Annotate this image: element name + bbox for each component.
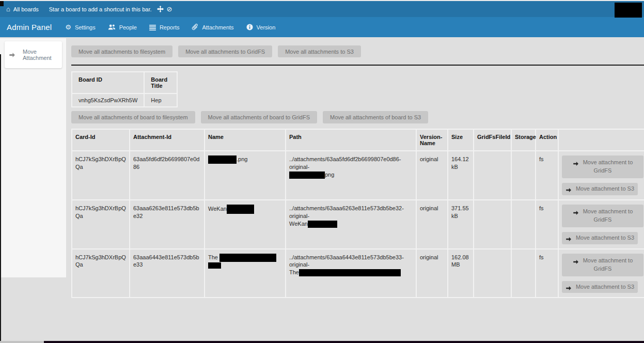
table-row: vnhg5KsZsdPwXRh5W Hep <box>72 93 177 107</box>
row-actions-cell: Move attachment to GridFS Move attachmen… <box>558 200 644 249</box>
ban-icon[interactable]: ⊘ <box>167 6 172 12</box>
divider <box>71 65 644 66</box>
attachment-id-header: Attachment-Id <box>130 129 205 151</box>
nav-label: Version <box>257 24 276 30</box>
page-title: Admin Panel <box>7 23 52 32</box>
size-header: Size <box>448 129 474 151</box>
arrow-right-icon <box>566 236 572 242</box>
info-icon <box>246 24 253 31</box>
move-all-to-filesystem-button[interactable]: Move all attachments to filesystem <box>71 45 172 57</box>
arrow-right-icon <box>573 209 579 215</box>
main-content: Move all attachments to filesystem Move … <box>71 38 644 298</box>
storage-cell <box>511 151 536 200</box>
list-icon <box>149 24 156 30</box>
screen-edge-artifact <box>0 54 1 342</box>
nav-item-settings[interactable]: ⚙ Settings <box>65 24 95 30</box>
move-attachment-to-gridfs-button[interactable]: Move attachment to GridFS <box>562 254 643 276</box>
action-header: Action <box>536 129 558 151</box>
size-cell: 371.55 kB <box>448 200 474 249</box>
gridfsfileid-cell <box>474 200 511 249</box>
gridfsfileid-cell <box>474 151 511 200</box>
move-board-to-gridfs-button[interactable]: Move all attachments of board to GridFS <box>201 111 317 123</box>
buttons-header <box>558 129 644 151</box>
screen-edge-artifact <box>0 341 44 343</box>
version-name-cell: original <box>416 151 448 200</box>
version-name-header: Version-Name <box>416 129 448 151</box>
action-cell: fs <box>536 249 558 298</box>
sidebar-item-move-attachment[interactable]: Move Attachment <box>5 41 62 68</box>
nav-item-version[interactable]: Version <box>246 24 276 31</box>
nav-item-attachments[interactable]: Attachments <box>192 24 233 31</box>
attachments-table: Card-Id Attachment-Id Name Path Version-… <box>71 129 644 298</box>
board-actions: Move all attachments of board to filesys… <box>71 111 644 123</box>
admin-nav: ⚙ Settings People Reports Attachments <box>65 24 275 31</box>
path-cell: ../attachments/63aaa6263e811e573db5be32-… <box>286 200 416 249</box>
move-attachment-to-s3-button[interactable]: Move attachment to S3 <box>562 281 638 293</box>
all-boards-label: All boards <box>13 6 39 12</box>
home-icon: ⌂ <box>6 6 10 12</box>
move-attachment-to-gridfs-button[interactable]: Move attachment to GridFS <box>562 205 643 227</box>
name-header: Name <box>205 129 286 151</box>
global-actions: Move all attachments to filesystem Move … <box>71 45 644 57</box>
attachment-id-cell: 63aa5fd6df2b6699807e0d86 <box>130 151 205 200</box>
size-cell: 164.12 kB <box>448 151 474 200</box>
arrow-right-icon <box>566 285 572 291</box>
arrow-right-icon <box>566 186 572 193</box>
card-id-header: Card-Id <box>72 129 130 151</box>
gridfsfileid-cell <box>474 249 511 298</box>
arrow-right-icon <box>9 50 15 59</box>
move-all-to-gridfs-button[interactable]: Move all attachments to GridFS <box>178 45 272 57</box>
redacted-text <box>227 205 254 214</box>
redacted-text <box>289 172 325 179</box>
size-cell: 162.08 MB <box>448 249 474 298</box>
path-cell: ../attachments/63aaa6443e811e573db5be33-… <box>286 249 416 298</box>
row-actions-cell: Move attachment to GridFS Move attachmen… <box>558 151 644 200</box>
sidebar: Move Attachment <box>0 38 66 277</box>
table-row: hCJ7kSg3hDXrBpQQa 63aa5fd6df2b6699807e0d… <box>72 151 644 200</box>
sidebar-item-label: Move Attachment <box>23 49 58 61</box>
wekan-admin-screen: ⌂ All boards Star a board to add a short… <box>0 0 644 343</box>
redacted-text <box>219 254 276 262</box>
move-cross-icon[interactable] <box>157 6 164 13</box>
storage-cell <box>511 200 536 249</box>
nav-label: Settings <box>75 24 96 30</box>
screen-edge-artifact <box>44 341 644 343</box>
move-board-to-filesystem-button[interactable]: Move all attachments of board to filesys… <box>71 111 195 123</box>
card-id-cell: hCJ7kSg3hDXrBpQQa <box>72 200 130 249</box>
path-header: Path <box>286 129 416 151</box>
redacted-text <box>299 269 401 276</box>
admin-bar: Admin Panel ⚙ Settings People Reports <box>0 17 644 37</box>
board-title-cell: Hep <box>144 93 177 107</box>
move-all-to-s3-button[interactable]: Move all attachments to S3 <box>278 45 361 57</box>
board-title-header: Board Title <box>144 72 177 93</box>
nav-label: Reports <box>160 24 180 30</box>
move-attachment-to-s3-button[interactable]: Move attachment to S3 <box>562 232 638 244</box>
card-id-cell: hCJ7kSg3hDXrBpQQa <box>72 151 130 200</box>
top-bar: ⌂ All boards Star a board to add a short… <box>0 1 644 17</box>
nav-label: People <box>119 24 137 30</box>
version-name-cell: original <box>416 200 448 249</box>
nav-label: Attachments <box>202 24 233 30</box>
attachment-id-cell: 63aaa6443e811e573db5be33 <box>130 249 205 298</box>
row-actions-cell: Move attachment to GridFS Move attachmen… <box>558 249 644 298</box>
nav-item-people[interactable]: People <box>108 24 137 31</box>
nav-item-reports[interactable]: Reports <box>149 24 180 30</box>
gridfsfileid-header: GridFsFileId <box>474 129 511 151</box>
redacted-text <box>208 155 237 164</box>
move-attachment-to-s3-button[interactable]: Move attachment to S3 <box>562 183 638 195</box>
storage-header: Storage <box>511 129 536 151</box>
name-cell: The <box>205 249 286 298</box>
all-boards-link[interactable]: ⌂ All boards <box>6 6 39 12</box>
redacted-user-area <box>615 3 642 18</box>
gear-icon: ⚙ <box>65 24 71 30</box>
move-board-to-s3-button[interactable]: Move all attachments of board to S3 <box>323 111 428 123</box>
arrow-right-icon <box>573 160 579 166</box>
version-name-cell: original <box>416 249 448 298</box>
redacted-text <box>208 262 221 269</box>
move-attachment-to-gridfs-button[interactable]: Move attachment to GridFS <box>562 155 643 178</box>
action-cell: fs <box>536 151 558 200</box>
card-id-cell: hCJ7kSg3hDXrBpQQa <box>72 249 130 298</box>
star-hint-text: Star a board to add a shortcut in this b… <box>49 6 152 12</box>
board-id-header: Board ID <box>72 72 144 93</box>
board-table: Board ID Board Title vnhg5KsZsdPwXRh5W H… <box>71 71 178 107</box>
